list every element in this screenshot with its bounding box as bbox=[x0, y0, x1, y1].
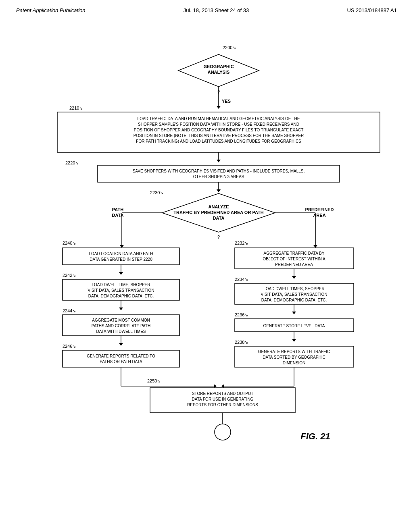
text-2232-3: PREDEFINED AREA bbox=[275, 262, 313, 267]
predefined-area-label-1: PREDEFINED bbox=[305, 207, 334, 212]
text-2250-1: STORE REPORTS AND OUTPUT bbox=[192, 391, 253, 396]
arrowhead-2244 bbox=[119, 343, 123, 346]
text-2244-1: AGGREGATE MOST COMMON bbox=[92, 318, 150, 322]
text-2236-1: GENERATE STORE LEVEL DATA bbox=[263, 324, 325, 328]
rect-2246 bbox=[63, 350, 179, 367]
text-2240-2: DATA GENERATED IN STEP 2220 bbox=[90, 257, 152, 262]
publication-label: Patent Application Publication bbox=[16, 7, 86, 13]
text-2234-1: LOAD DWELL TIMES, SHOPPER bbox=[263, 287, 325, 291]
text-2234-3: DATA, DEMOGRAPHIC DATA, ETC. bbox=[261, 298, 327, 302]
predefined-area-label-2: AREA bbox=[313, 213, 325, 218]
terminator-circle bbox=[215, 424, 231, 440]
arrowhead-2242 bbox=[119, 308, 123, 310]
label-2250: 2250↘ bbox=[147, 378, 161, 383]
text-2230-3: DATA bbox=[213, 216, 225, 220]
yes-label: YES bbox=[222, 99, 231, 104]
sheet-info: Jul. 18, 2013 Sheet 24 of 33 bbox=[184, 7, 249, 13]
text-2242-3: DATA, DEMOGRAPHIC DATA, ETC. bbox=[88, 294, 154, 298]
flow-container: 2200↘ GEOGRAPHIC ANALYSIS ? YES 2210↘ LO… bbox=[25, 32, 388, 477]
text-2242-1: LOAD DWELL TIME, SHOPPER bbox=[92, 283, 150, 287]
text-2210-1: LOAD TRAFFIC DATA AND RUN MATHEMATICAL A… bbox=[138, 116, 300, 121]
text-2210-4: POSITION IN STORE (NOTE: THIS IS AN ITER… bbox=[133, 133, 304, 138]
text-2230-1: ANALYZE bbox=[209, 204, 229, 209]
label-2230: 2230↘ bbox=[150, 190, 163, 195]
arrowhead-2220 bbox=[217, 189, 221, 192]
arrowhead-left bbox=[120, 245, 124, 248]
text-2200-1: GEOGRAPHIC bbox=[203, 64, 234, 69]
arrowhead-2240 bbox=[119, 272, 123, 275]
page: Patent Application Publication Jul. 18, … bbox=[0, 0, 413, 532]
text-2244-3: DATA WITH DWELL TIMES bbox=[96, 329, 146, 334]
arrowhead-right bbox=[313, 245, 317, 248]
arrowhead-2210 bbox=[217, 160, 221, 162]
text-2210-2: SHOPPER SAMPLE'S POSITION DATA WITHIN ST… bbox=[138, 122, 299, 127]
text-2238-1: GENERATE REPORTS WITH TRAFFIC bbox=[258, 349, 330, 354]
rect-2220 bbox=[98, 165, 340, 182]
page-header: Patent Application Publication Jul. 18, … bbox=[16, 7, 397, 16]
text-2246-1: GENERATE REPORTS RELATED TO bbox=[87, 354, 155, 358]
rect-2240 bbox=[63, 248, 179, 265]
text-2220-1: SAVE SHOPPERS WITH GEOGRAPHIES VISITED A… bbox=[133, 169, 305, 173]
text-2240-1: LOAD LOCATION DATA AND PATH bbox=[89, 251, 153, 256]
label-2244: 2244↘ bbox=[63, 308, 76, 313]
text-2232-2: OBJECT OF INTEREST WITHIN A bbox=[263, 257, 325, 261]
text-2238-2: DATA SORTED BY GEOGRAPHIC bbox=[263, 355, 325, 360]
label-2234: 2234↘ bbox=[235, 277, 248, 282]
label-2220: 2220↘ bbox=[65, 160, 79, 165]
text-2220-2: OTHER SHOPPING AREAS bbox=[193, 175, 244, 179]
label-2236: 2236↘ bbox=[235, 312, 248, 317]
label-2232: 2232↘ bbox=[235, 241, 248, 245]
text-2200-2: ANALYSIS bbox=[208, 70, 230, 75]
text-2230-2: TRAFFIC BY PREDEFINED AREA OR PATH bbox=[173, 210, 264, 215]
text-2238-3: DIMENSION bbox=[283, 361, 306, 365]
question-2230: ? bbox=[217, 235, 220, 239]
label-2210: 2210↘ bbox=[69, 106, 83, 110]
flowchart-svg: 2200↘ GEOGRAPHIC ANALYSIS ? YES 2210↘ LO… bbox=[25, 32, 388, 476]
label-2242: 2242↘ bbox=[63, 273, 76, 278]
text-2250-3: REPORTS FOR OTHER DIMENSIONS bbox=[187, 403, 258, 407]
fig-label: FIG. 21 bbox=[300, 431, 330, 441]
text-2246-2: PATHS OR PATH DATA bbox=[100, 360, 142, 364]
text-2210-3: POSITION OF SHOPPER AND GEOGRAPHY BOUNDA… bbox=[134, 128, 303, 132]
text-2234-2: VISIT DATA, SALES TRANSACTION bbox=[261, 292, 327, 297]
label-2200: 2200↘ bbox=[223, 45, 236, 50]
label-2240: 2240↘ bbox=[63, 241, 76, 245]
diagram-area: 2200↘ GEOGRAPHIC ANALYSIS ? YES 2210↘ LO… bbox=[16, 28, 397, 477]
arrowhead-2236 bbox=[292, 339, 296, 342]
arrowhead-2234 bbox=[292, 312, 296, 314]
text-2210-5: FOR PATH TRACKING) AND LOAD LATITUDES AN… bbox=[136, 139, 301, 143]
label-2238: 2238↘ bbox=[235, 340, 248, 345]
text-2232-1: AGGREGATE TRAFFIC DATA BY bbox=[264, 251, 325, 256]
arrowhead-2232 bbox=[292, 276, 296, 279]
text-2250-2: DATA FOR USE IN GENERATING bbox=[192, 397, 254, 401]
text-2242-2: VISIT DATA, SALES TRANSACTION bbox=[88, 288, 154, 293]
path-data-label-1: PATH bbox=[112, 207, 123, 212]
patent-number: US 2013/0184887 A1 bbox=[347, 7, 397, 13]
label-2246: 2246↘ bbox=[63, 344, 76, 349]
text-2244-2: PATHS AND CORRELATE PATH bbox=[92, 324, 150, 328]
arrowhead-2200 bbox=[217, 106, 221, 109]
